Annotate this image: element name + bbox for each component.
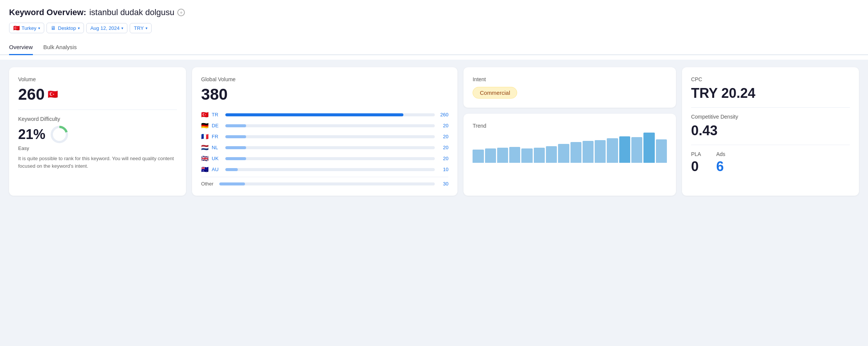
bar-fill-de	[225, 124, 246, 127]
competitive-density-value: 0.43	[691, 123, 850, 139]
date-label: Aug 12, 2024	[90, 25, 119, 31]
trend-bar-14	[643, 133, 654, 163]
count-uk: 20	[438, 156, 448, 161]
country-row-uk: 🇬🇧 UK 20	[201, 155, 448, 162]
country-chevron: ▾	[38, 26, 40, 30]
flag-fr: 🇫🇷	[201, 133, 209, 140]
flag-de: 🇩🇪	[201, 122, 209, 129]
pla-ads-row: PLA 0 Ads 6	[691, 151, 850, 175]
trend-bar-15	[656, 139, 667, 163]
date-filter[interactable]: Aug 12, 2024 ▾	[86, 23, 127, 33]
tabs-row: Overview Bulk Analysis	[0, 40, 868, 55]
trend-bar-4	[521, 148, 532, 163]
tab-bulk-analysis[interactable]: Bulk Analysis	[43, 40, 77, 55]
bar-nl	[225, 146, 435, 149]
currency-label: TRY	[134, 25, 144, 31]
bar-fill-fr	[225, 135, 246, 138]
intent-card: Intent Commercial	[463, 67, 676, 108]
count-other: 30	[438, 181, 448, 187]
cpc-divider2	[691, 145, 850, 145]
kd-percent: 21%	[18, 127, 45, 142]
intent-label: Intent	[473, 76, 667, 82]
trend-bar-2	[497, 148, 508, 163]
code-nl: NL	[212, 145, 222, 150]
trend-bar-0	[473, 150, 484, 163]
ads-label: Ads	[716, 151, 725, 157]
cards-grid: Volume 260 🇹🇷 Keyword Difficulty 21% Eas…	[9, 67, 859, 196]
currency-chevron: ▾	[146, 26, 147, 30]
volume-label: Volume	[18, 76, 177, 82]
date-chevron: ▾	[121, 26, 123, 30]
flag-uk: 🇬🇧	[201, 155, 209, 162]
trend-bar-8	[570, 142, 581, 163]
country-row-tr: 🇹🇷 TR 260	[201, 111, 448, 118]
kd-easy-label: Easy	[18, 145, 177, 151]
bar-tr	[225, 113, 435, 116]
bar-other	[219, 182, 435, 185]
tab-overview[interactable]: Overview	[9, 40, 33, 55]
count-tr: 260	[438, 112, 448, 117]
cpc-card: CPC TRY 20.24 Competitive Density 0.43 P…	[682, 67, 859, 196]
country-filter[interactable]: 🇹🇷 Turkey ▾	[9, 23, 44, 33]
other-row: Other 30	[201, 177, 448, 187]
competitive-density-label: Competitive Density	[691, 114, 850, 120]
kd-donut-chart	[50, 125, 69, 144]
kd-value-row: 21%	[18, 125, 177, 144]
turkey-flag-icon: 🇹🇷	[48, 90, 58, 99]
code-de: DE	[212, 123, 222, 128]
card-divider	[18, 110, 177, 110]
device-icon: 🖥	[51, 25, 56, 31]
pla-value: 0	[691, 159, 701, 175]
trend-bar-13	[631, 137, 642, 163]
trend-bar-10	[595, 140, 606, 163]
trend-bar-6	[546, 146, 557, 163]
device-chevron: ▾	[78, 26, 80, 30]
kd-description: It is quite possible to rank for this ke…	[18, 155, 177, 170]
code-au: AU	[212, 167, 222, 172]
ads-block: Ads 6	[716, 151, 725, 175]
bar-uk	[225, 157, 435, 160]
code-uk: UK	[212, 156, 222, 161]
count-nl: 20	[438, 145, 448, 150]
intent-trend-col: Intent Commercial Trend	[463, 67, 676, 196]
cpc-value: TRY 20.24	[691, 85, 850, 101]
count-de: 20	[438, 123, 448, 128]
trend-bar-1	[485, 148, 496, 163]
volume-value-row: 260 🇹🇷	[18, 85, 177, 103]
trend-chart	[473, 133, 667, 163]
code-tr: TR	[212, 112, 222, 117]
volume-number: 260	[18, 85, 45, 103]
ads-value: 6	[716, 159, 725, 175]
bar-fill-au	[225, 168, 238, 171]
pla-block: PLA 0	[691, 151, 701, 175]
filters-row: 🇹🇷 Turkey ▾ 🖥 Desktop ▾ Aug 12, 2024 ▾ T…	[9, 23, 859, 33]
trend-bar-9	[583, 141, 594, 163]
bar-fill-other	[219, 182, 245, 185]
bar-fr	[225, 135, 435, 138]
trend-bar-7	[558, 144, 569, 163]
trend-bar-3	[509, 147, 520, 163]
keyword-text: istanbul dudak dolgusu	[89, 8, 174, 17]
trend-bar-11	[607, 138, 618, 163]
device-filter[interactable]: 🖥 Desktop ▾	[46, 23, 84, 33]
global-volume-number: 380	[201, 85, 448, 103]
flag-au: 🇦🇺	[201, 166, 209, 173]
kd-label: Keyword Difficulty	[18, 116, 177, 122]
bar-fill-nl	[225, 146, 246, 149]
device-label: Desktop	[58, 25, 76, 31]
trend-bar-12	[619, 136, 630, 163]
country-label: Turkey	[22, 25, 36, 31]
global-volume-label: Global Volume	[201, 76, 448, 82]
count-au: 10	[438, 167, 448, 172]
country-flag: 🇹🇷	[13, 25, 20, 31]
cpc-label: CPC	[691, 76, 850, 82]
pla-label: PLA	[691, 151, 701, 157]
flag-tr: 🇹🇷	[201, 111, 209, 118]
keyword-overview-label: Keyword Overview:	[9, 8, 86, 17]
add-keyword-icon[interactable]: +	[177, 9, 185, 16]
other-label: Other	[201, 181, 216, 187]
bar-fill-uk	[225, 157, 246, 160]
currency-filter[interactable]: TRY ▾	[130, 23, 152, 33]
code-fr: FR	[212, 134, 222, 139]
volume-card: Volume 260 🇹🇷 Keyword Difficulty 21% Eas…	[9, 67, 186, 196]
